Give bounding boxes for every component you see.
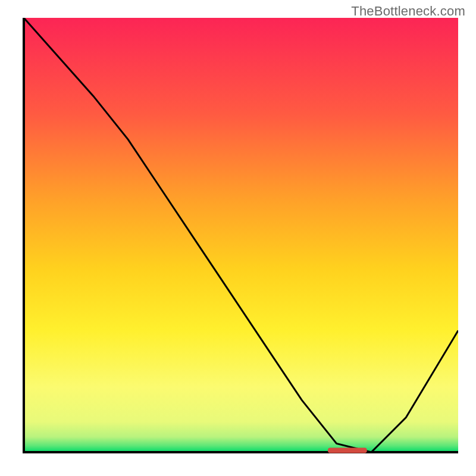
- bottleneck-chart: [18, 18, 458, 458]
- watermark-text: TheBottleneck.com: [351, 4, 465, 19]
- optimal-marker: [328, 447, 367, 453]
- heatmap-background: [24, 18, 458, 452]
